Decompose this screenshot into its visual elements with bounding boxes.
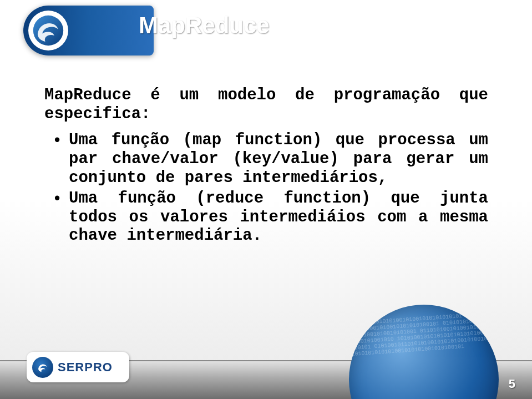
footer-brand-text: SERPRO bbox=[58, 360, 113, 375]
footer-brand-badge: SERPRO bbox=[27, 352, 129, 382]
swirl-icon bbox=[32, 14, 64, 47]
footer-brand-icon bbox=[32, 357, 53, 378]
header-logo-band bbox=[23, 6, 154, 55]
intro-text: MapReduce é um modelo de programação que… bbox=[44, 86, 488, 123]
footer-globe-graphic: 0110100101010100101001010101010101 10100… bbox=[349, 305, 499, 399]
list-item: Uma função (map function) que processa u… bbox=[54, 131, 488, 187]
bullet-list: Uma função (map function) que processa u… bbox=[44, 131, 488, 245]
swirl-icon bbox=[36, 361, 49, 374]
company-logo-icon bbox=[28, 11, 68, 50]
page-number: 5 bbox=[509, 377, 515, 391]
svg-point-0 bbox=[33, 16, 63, 46]
slide-title: MapReduce bbox=[139, 12, 270, 39]
slide-body: MapReduce é um modelo de programação que… bbox=[44, 86, 488, 248]
binary-texture: 0110100101010100101001010101010101 10100… bbox=[349, 305, 499, 399]
slide: MapReduce MapReduce é um modelo de progr… bbox=[0, 0, 532, 399]
list-item: Uma função (reduce function) que junta t… bbox=[54, 189, 488, 245]
